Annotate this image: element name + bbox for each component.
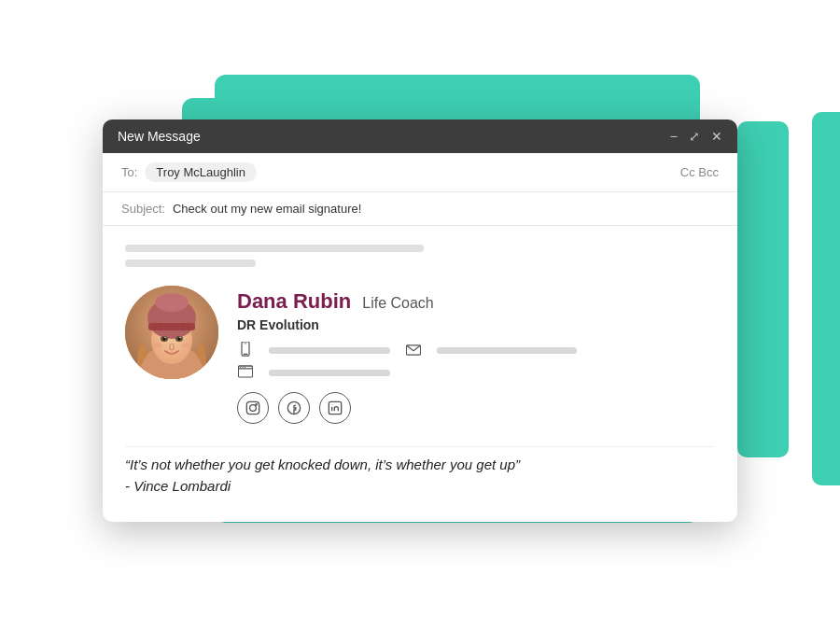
instagram-icon[interactable] <box>237 392 269 424</box>
quote-block: “It’s not whether you get knocked down, … <box>125 446 715 494</box>
phone-icon <box>237 342 254 359</box>
titlebar: New Message − ⤢ ✕ <box>103 119 737 153</box>
svg-point-23 <box>164 337 166 339</box>
minimize-button[interactable]: − <box>670 130 678 143</box>
svg-point-33 <box>240 367 241 368</box>
bg-teal-front <box>812 112 840 485</box>
svg-point-38 <box>256 404 257 405</box>
svg-rect-36 <box>246 402 259 414</box>
svg-rect-28 <box>244 354 248 355</box>
sig-company: DR Evolution <box>237 317 715 332</box>
svg-point-35 <box>245 367 245 368</box>
to-label: To: <box>121 165 137 179</box>
signature-block: Dana Rubin Life Coach DR Evolution <box>125 286 715 424</box>
svg-point-24 <box>179 337 181 339</box>
quote-text: “It’s not whether you get knocked down, … <box>125 455 715 476</box>
svg-point-34 <box>243 367 244 368</box>
sig-title: Life Coach <box>362 295 434 312</box>
body-placeholder-lines <box>125 245 715 267</box>
body-line-2 <box>125 260 256 267</box>
subject-value: Check out my new email signature! <box>173 202 361 216</box>
recipient-chip[interactable]: Troy McLaughlin <box>145 162 257 182</box>
sig-website-row <box>237 365 715 381</box>
svg-point-6 <box>155 293 189 312</box>
email-subject-row: Subject: Check out my new email signatur… <box>103 192 737 226</box>
cc-bcc-button[interactable]: Cc Bcc <box>680 165 719 179</box>
sig-contact-rows <box>237 342 715 381</box>
sig-name: Dana Rubin <box>237 289 351 314</box>
facebook-icon[interactable] <box>278 392 310 424</box>
phone-line <box>269 347 390 354</box>
email-body: Dana Rubin Life Coach DR Evolution <box>103 226 737 522</box>
subject-label: Subject: <box>121 202 165 216</box>
svg-point-25 <box>154 343 163 348</box>
body-line-1 <box>125 245 424 252</box>
website-line <box>269 370 390 376</box>
close-button[interactable]: ✕ <box>711 130 722 143</box>
avatar-container <box>125 286 218 379</box>
maximize-button[interactable]: ⤢ <box>689 130 700 143</box>
avatar <box>125 286 218 379</box>
svg-point-26 <box>180 343 189 348</box>
email-icon <box>405 344 422 358</box>
sig-name-row: Dana Rubin Life Coach <box>237 289 715 314</box>
window-title: New Message <box>118 129 201 144</box>
sig-phone-row <box>237 342 715 359</box>
quote-author: - Vince Lombardi <box>125 478 715 494</box>
email-to-row: To: Troy McLaughlin Cc Bcc <box>103 153 737 192</box>
email-line <box>437 347 577 354</box>
linkedin-icon[interactable] <box>319 392 351 424</box>
sig-social-icons <box>237 392 715 424</box>
window-controls: − ⤢ ✕ <box>670 130 722 143</box>
svg-point-37 <box>250 405 257 412</box>
signature-info: Dana Rubin Life Coach DR Evolution <box>237 286 715 424</box>
website-icon <box>237 365 254 381</box>
email-window: New Message − ⤢ ✕ To: Troy McLaughlin Cc… <box>103 119 737 522</box>
svg-rect-29 <box>244 344 246 344</box>
